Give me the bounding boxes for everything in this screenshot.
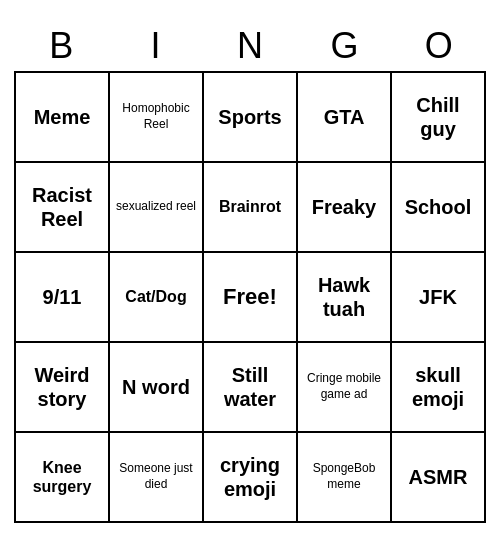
bingo-cell-15[interactable]: Weird story <box>16 343 110 433</box>
bingo-cell-4[interactable]: Chill guy <box>392 73 486 163</box>
bingo-cell-22[interactable]: crying emoji <box>204 433 298 523</box>
header-n: N <box>203 21 297 71</box>
bingo-cell-23[interactable]: SpongeBob meme <box>298 433 392 523</box>
bingo-cell-0[interactable]: Meme <box>16 73 110 163</box>
bingo-cell-13[interactable]: Hawk tuah <box>298 253 392 343</box>
bingo-cell-10[interactable]: 9/11 <box>16 253 110 343</box>
bingo-cell-2[interactable]: Sports <box>204 73 298 163</box>
header-i: I <box>108 21 202 71</box>
bingo-cell-18[interactable]: Cringe mobile game ad <box>298 343 392 433</box>
bingo-cell-16[interactable]: N word <box>110 343 204 433</box>
bingo-cell-8[interactable]: Freaky <box>298 163 392 253</box>
bingo-cell-24[interactable]: ASMR <box>392 433 486 523</box>
bingo-card: B I N G O MemeHomophobic ReelSportsGTACh… <box>10 17 490 527</box>
bingo-cell-7[interactable]: Brainrot <box>204 163 298 253</box>
header-b: B <box>14 21 108 71</box>
bingo-cell-1[interactable]: Homophobic Reel <box>110 73 204 163</box>
bingo-cell-11[interactable]: Cat/Dog <box>110 253 204 343</box>
bingo-cell-20[interactable]: Knee surgery <box>16 433 110 523</box>
bingo-cell-9[interactable]: School <box>392 163 486 253</box>
bingo-cell-21[interactable]: Someone just died <box>110 433 204 523</box>
header-o: O <box>392 21 486 71</box>
bingo-cell-6[interactable]: sexualized reel <box>110 163 204 253</box>
bingo-grid: MemeHomophobic ReelSportsGTAChill guyRac… <box>14 71 486 523</box>
bingo-cell-19[interactable]: skull emoji <box>392 343 486 433</box>
bingo-cell-3[interactable]: GTA <box>298 73 392 163</box>
bingo-cell-14[interactable]: JFK <box>392 253 486 343</box>
bingo-header: B I N G O <box>14 21 486 71</box>
bingo-cell-5[interactable]: Racist Reel <box>16 163 110 253</box>
bingo-cell-12[interactable]: Free! <box>204 253 298 343</box>
header-g: G <box>297 21 391 71</box>
bingo-cell-17[interactable]: Still water <box>204 343 298 433</box>
